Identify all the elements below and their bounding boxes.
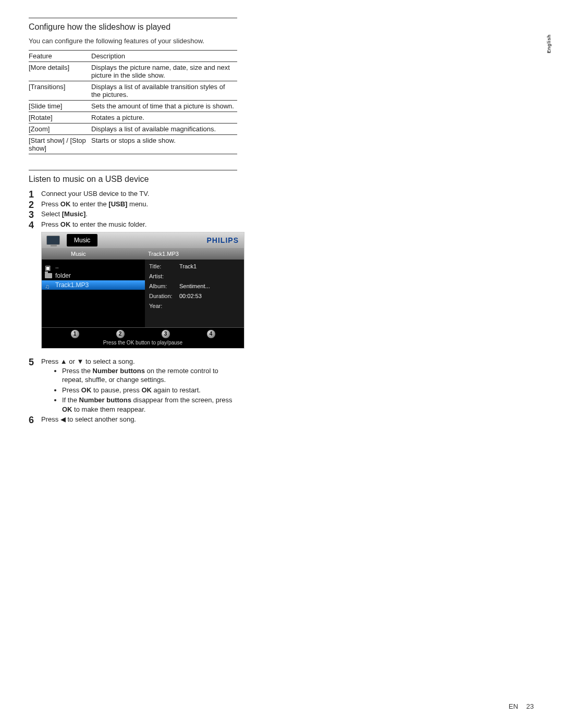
table-row: [Start show] / [Stop show] Starts or sto…: [29, 135, 237, 154]
bullet-item: Press the Number buttons on the remote c…: [62, 366, 237, 385]
step-4: Press OK to enter the music folder. Musi…: [29, 220, 237, 349]
number-button-3[interactable]: 3: [162, 330, 170, 338]
feature-cell: [Slide time]: [29, 101, 91, 112]
feature-cell: [Start show] / [Stop show]: [29, 135, 91, 154]
step-1: Connect your USB device to the TV.: [29, 189, 237, 199]
feature-cell: [More details]: [29, 62, 91, 81]
info-key-artist: Artist:: [149, 273, 179, 280]
table-head-feature: Feature: [29, 51, 91, 62]
up-icon: ▣: [45, 264, 52, 269]
osd-column-left-title: Music: [42, 250, 145, 258]
language-side-tab: English: [546, 34, 552, 53]
number-button-1[interactable]: 1: [71, 330, 79, 338]
desc-cell: Displays the picture name, date, size an…: [91, 62, 237, 81]
info-key-duration: Duration:: [149, 292, 179, 300]
bullet-item: If the Number buttons disappear from the…: [62, 396, 237, 414]
brand-logo: PHILIPS: [202, 236, 244, 245]
feature-cell: [Rotate]: [29, 112, 91, 124]
section-rule: [29, 170, 237, 170]
list-label: Track1.MP3: [55, 281, 89, 289]
section-intro: You can configure the following features…: [29, 37, 237, 45]
footer-page-number: 23: [527, 702, 534, 710]
step-2: Press OK to enter the [USB] menu.: [29, 200, 237, 209]
step-6: Press ◀ to select another song.: [29, 415, 237, 424]
up-arrow-icon: ▲: [60, 357, 67, 365]
osd-hint-text: Press the OK button to play/pause: [42, 339, 244, 349]
folder-icon: [45, 273, 52, 278]
number-button-2[interactable]: 2: [116, 330, 125, 338]
section-rule: [29, 18, 237, 18]
step-5: Press ▲ or ▼ to select a song. Press the…: [29, 357, 237, 414]
steps-list: Connect your USB device to the TV. Press…: [29, 189, 237, 424]
info-key-album: Album:: [149, 282, 179, 290]
desc-cell: Rotates a picture.: [91, 112, 237, 124]
osd-breadcrumb: Music: [67, 234, 97, 246]
table-row: [Zoom] Displays a list of available magn…: [29, 124, 237, 135]
list-label: ..: [55, 262, 59, 270]
list-label: folder: [55, 272, 71, 280]
list-item-up[interactable]: ▣ ..: [42, 262, 145, 271]
osd-info-panel: Title:Track1 Artist: Album:Sentiment... …: [145, 260, 244, 327]
left-arrow-icon: ◀: [60, 415, 66, 423]
desc-cell: Displays a list of available magnificati…: [91, 124, 237, 135]
feature-cell: [Transitions]: [29, 81, 91, 101]
number-button-4[interactable]: 4: [207, 330, 215, 338]
table-row: [Transitions] Displays a list of availab…: [29, 81, 237, 101]
desc-cell: Displays a list of available transition …: [91, 81, 237, 101]
osd-column-right-title: Track1.MP3: [145, 250, 179, 258]
table-row: [More details] Displays the picture name…: [29, 62, 237, 81]
tv-icon: [42, 232, 65, 248]
info-key-year: Year:: [149, 302, 179, 310]
info-val-album: Sentiment...: [179, 282, 210, 290]
list-item-folder[interactable]: folder: [42, 271, 145, 280]
main-column: Configure how the slideshow is played Yo…: [29, 18, 237, 425]
table-row: [Slide time] Sets the amount of time tha…: [29, 101, 237, 112]
page-footer: EN 23: [509, 702, 534, 710]
info-val-title: Track1: [179, 263, 197, 270]
osd-footer: 1 2 3 4 Press the OK button to play/paus…: [42, 327, 244, 348]
feature-table: Feature Description [More details] Displ…: [29, 50, 237, 154]
section-title-slideshow: Configure how the slideshow is played: [29, 22, 237, 32]
feature-cell: [Zoom]: [29, 124, 91, 135]
section-title-usb-music: Listen to music on a USB device: [29, 175, 237, 184]
info-key-title: Title:: [149, 263, 179, 270]
desc-cell: Starts or stops a slide show.: [91, 135, 237, 154]
osd-screenshot: Music PHILIPS Music Track1.MP3 ▣ ..: [41, 232, 237, 349]
table-head-description: Description: [91, 51, 237, 62]
osd-header: Music PHILIPS: [42, 232, 244, 248]
osd-subheader: Music Track1.MP3: [42, 248, 244, 260]
info-val-duration: 00:02:53: [179, 292, 202, 300]
bullet-item: Press OK to pause, press OK again to res…: [62, 386, 237, 395]
footer-lang: EN: [509, 702, 518, 710]
step-3: Select [Music].: [29, 209, 237, 219]
table-row: [Rotate] Rotates a picture.: [29, 112, 237, 124]
desc-cell: Sets the amount of time that a picture i…: [91, 101, 237, 112]
music-icon: ♫: [45, 282, 52, 288]
osd-file-list: ▣ .. folder ♫ Track1.MP3: [42, 260, 145, 327]
sub-bullets: Press the Number buttons on the remote c…: [41, 366, 237, 414]
list-item-track[interactable]: ♫ Track1.MP3: [42, 280, 145, 290]
down-arrow-icon: ▼: [77, 357, 84, 365]
